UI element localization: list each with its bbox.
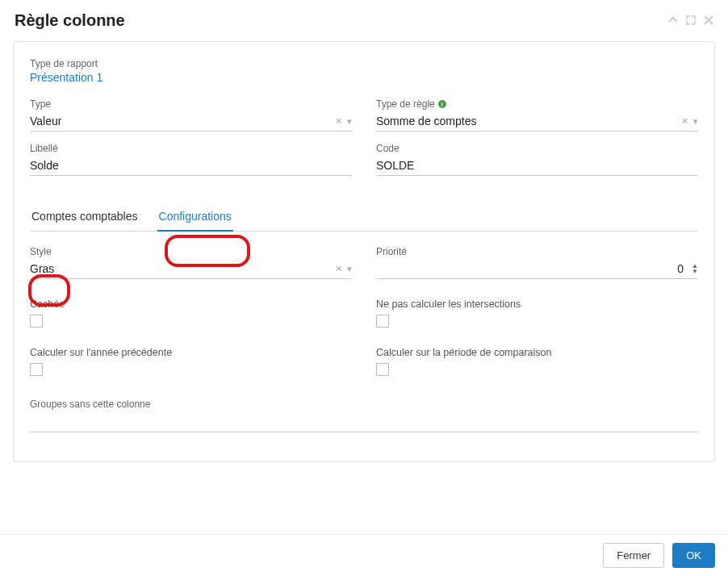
expand-icon[interactable] [686,15,696,27]
groupswithout-label: Groupes sans cette colonne [30,399,698,410]
compperiod-label: Calculer sur la période de comparaison [376,347,698,358]
clear-icon[interactable]: ✕ [681,116,688,127]
clear-icon[interactable]: ✕ [335,116,342,127]
style-label: Style [30,246,352,257]
style-select[interactable]: Gras ✕ ▾ [30,259,352,279]
prevyear-checkbox[interactable] [30,363,43,376]
ruletype-label: Type de règle [376,98,435,110]
hidden-checkbox[interactable] [30,315,43,328]
libelle-input[interactable] [30,159,352,172]
priority-label: Priorité [376,246,698,257]
close-icon[interactable] [704,15,713,27]
ok-button[interactable]: OK [672,543,715,568]
chevron-down-icon[interactable]: ▾ [693,116,698,127]
stepper-down-icon[interactable]: ▼ [692,269,698,274]
compperiod-checkbox[interactable] [376,363,389,376]
nointersect-checkbox[interactable] [376,315,389,328]
groupswithout-input[interactable] [30,411,698,432]
dialog-title: Règle colonne [15,11,125,30]
close-button[interactable]: Fermer [603,543,664,568]
clear-icon[interactable]: ✕ [335,264,342,274]
code-input[interactable] [376,159,698,172]
style-value: Gras [30,262,330,275]
libelle-label: Libellé [30,143,352,154]
info-icon[interactable]: i [438,100,446,108]
report-type-label: Type de rapport [30,58,698,69]
tab-accounts[interactable]: Comptes comptables [30,203,140,231]
type-label: Type [30,98,352,110]
nointersect-label: Ne pas calculer les intersections [376,298,698,310]
ruletype-value: Somme de comptes [376,115,676,127]
tab-configurations[interactable]: Configurations [157,203,233,231]
hidden-label: Cachée [30,298,352,310]
ruletype-select[interactable]: Somme de comptes ✕ ▾ [376,111,698,131]
chevron-down-icon[interactable]: ▾ [347,264,352,274]
priority-value[interactable]: 0 [376,262,684,275]
code-label: Code [376,143,698,154]
prevyear-label: Calculer sur l'année précédente [30,347,352,358]
type-value: Valeur [30,115,330,127]
collapse-icon[interactable] [668,15,678,27]
report-type-link[interactable]: Présentation 1 [30,71,698,84]
type-select[interactable]: Valeur ✕ ▾ [30,111,352,131]
chevron-down-icon[interactable]: ▾ [347,116,352,127]
priority-stepper[interactable]: ▲ ▼ [692,263,698,274]
